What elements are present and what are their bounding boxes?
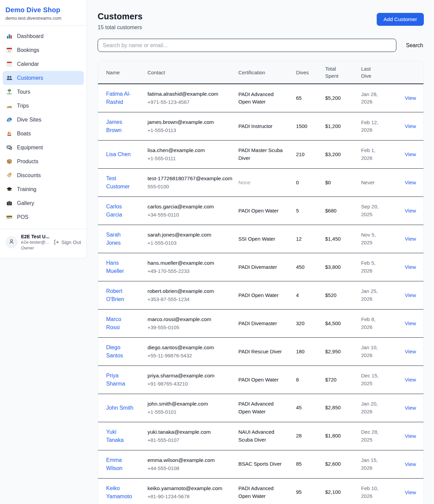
- customer-phone: +81-90-1234-5678: [147, 493, 234, 501]
- sidebar-item-calendar[interactable]: Calendar: [3, 57, 84, 71]
- shop-domain: demo.test.divestreams.com: [5, 16, 81, 21]
- sidebar-item-customers[interactable]: Customers: [3, 71, 84, 85]
- customer-name-link[interactable]: James Brown: [106, 119, 122, 133]
- view-link[interactable]: View: [405, 320, 416, 326]
- customer-phone: +1-555-0113: [147, 127, 234, 134]
- view-link[interactable]: View: [405, 208, 416, 213]
- sidebar-item-dashboard[interactable]: Dashboard: [3, 29, 84, 43]
- trips-icon: [6, 102, 13, 109]
- customer-certification: PADI Advanced Open Water: [238, 394, 296, 422]
- customer-last-dive: Nov 5, 2025: [361, 225, 395, 253]
- sidebar-item-label: Gallery: [17, 200, 34, 206]
- view-link[interactable]: View: [405, 180, 416, 185]
- customer-email: hans.mueller@example.com: [147, 259, 234, 267]
- sign-out-label: Sign Out: [61, 239, 81, 245]
- sidebar-nav: Dashboard 17 Bookings Calendar Customers…: [0, 26, 86, 227]
- sidebar-item-label: Boats: [17, 131, 31, 137]
- sidebar-item-label: Dashboard: [17, 33, 43, 39]
- sidebar-item-dive-sites[interactable]: Dive Sites: [3, 113, 84, 127]
- dive-sites-icon: [6, 116, 13, 123]
- customer-name-link[interactable]: John Smith: [106, 405, 133, 411]
- col-header-last-dive: Last Dive: [361, 61, 395, 84]
- sidebar-item-pos[interactable]: POS: [3, 210, 84, 224]
- sidebar-item-equipment[interactable]: Equipment: [3, 141, 84, 154]
- view-link[interactable]: View: [405, 292, 416, 298]
- table-row: Diego Santos diego.santos@example.com +5…: [98, 337, 424, 366]
- customer-name-link[interactable]: Carlos Garcia: [106, 204, 122, 218]
- sidebar-item-label: Bookings: [17, 47, 39, 53]
- sidebar-item-gallery[interactable]: Gallery: [3, 196, 84, 210]
- view-link[interactable]: View: [405, 433, 416, 439]
- view-link[interactable]: View: [405, 461, 416, 467]
- user-role: Owner: [21, 245, 50, 251]
- equipment-icon: [6, 144, 13, 151]
- customer-email: yuki.tanaka@example.com: [147, 428, 234, 436]
- table-row: Yuki Tanaka yuki.tanaka@example.com +81-…: [98, 422, 424, 450]
- customer-name-link[interactable]: Robert O'Brien: [106, 288, 124, 302]
- view-link[interactable]: View: [405, 123, 416, 129]
- sidebar-item-trips[interactable]: Trips: [3, 99, 84, 113]
- search-button[interactable]: Search: [405, 40, 424, 51]
- customer-name-link[interactable]: Sarah Jones: [106, 232, 121, 246]
- customer-certification: PADI Rescue Diver: [238, 337, 296, 366]
- sidebar-item-tours[interactable]: Tours: [3, 85, 84, 99]
- customer-name-link[interactable]: Marco Rossi: [106, 316, 121, 330]
- customer-total-spent: $3,200: [325, 141, 361, 169]
- add-customer-button[interactable]: Add Customer: [377, 13, 424, 26]
- customer-name-link[interactable]: Emma Wilson: [106, 457, 122, 471]
- view-link[interactable]: View: [405, 489, 416, 495]
- customer-dives: 45: [296, 394, 325, 422]
- sidebar-item-products[interactable]: Products: [3, 154, 84, 168]
- view-link[interactable]: View: [405, 151, 416, 157]
- view-link[interactable]: View: [405, 405, 416, 411]
- customer-certification: PADI Open Water: [238, 281, 296, 309]
- customer-certification: PADI Advanced Open Water: [238, 478, 296, 504]
- view-link[interactable]: View: [405, 95, 416, 101]
- table-header-row: Name Contact Certification Dives Total S…: [98, 61, 424, 84]
- sign-out-icon: [53, 239, 59, 245]
- customer-name-link[interactable]: Diego Santos: [106, 344, 123, 358]
- customer-total-spent: $4,500: [325, 309, 361, 337]
- customer-certification: PADI Master Scuba Diver: [238, 141, 296, 169]
- sidebar-item-label: Dive Sites: [17, 117, 41, 123]
- sidebar-item-boats[interactable]: Boats: [3, 127, 84, 141]
- tours-icon: [6, 89, 13, 95]
- customer-name-link[interactable]: Lisa Chen: [106, 151, 131, 157]
- customer-total-spent: $5,200: [325, 84, 361, 112]
- customers-icon: [6, 75, 13, 81]
- sign-out-button[interactable]: Sign Out: [53, 239, 81, 245]
- customer-email: diego.santos@example.com: [147, 343, 234, 351]
- user-email: e2e-tester@...: [21, 240, 50, 245]
- customer-phone: +49-170-555-2233: [147, 267, 234, 275]
- customer-name-link[interactable]: Priya Sharma: [106, 373, 125, 387]
- sidebar-item-training[interactable]: Training: [3, 182, 84, 196]
- table-row: Sarah Jones sarah.jones@example.com +1-5…: [98, 225, 424, 253]
- sidebar-item-discounts[interactable]: Discounts: [3, 168, 84, 182]
- customer-name-link[interactable]: Test Customer: [106, 175, 130, 189]
- customer-name-link[interactable]: Keiko Yamamoto: [106, 485, 132, 499]
- table-row: John Smith john.smith@example.com +1-555…: [98, 394, 424, 422]
- customer-total-spent: $680: [325, 197, 361, 225]
- customer-phone: +353-87-555-1234: [147, 296, 234, 303]
- view-link[interactable]: View: [405, 349, 416, 354]
- customer-name-link[interactable]: Yuki Tanaka: [106, 429, 124, 443]
- view-link[interactable]: View: [405, 236, 416, 242]
- customer-email: robert.obrien@example.com: [147, 287, 234, 295]
- customer-last-dive: Sep 20, 2025: [361, 197, 395, 225]
- view-link[interactable]: View: [405, 377, 416, 382]
- search-input[interactable]: [98, 39, 396, 52]
- customer-email: carlos.garcia@example.com: [147, 203, 234, 210]
- table-row: Marco Rossi marco.rossi@example.com +39-…: [98, 309, 424, 337]
- customer-certification: SSI Open Water: [238, 225, 296, 253]
- customer-name-link[interactable]: Hans Mueller: [106, 260, 124, 274]
- customer-email: john.smith@example.com: [147, 400, 234, 408]
- sidebar-item-bookings[interactable]: 17 Bookings: [3, 43, 84, 57]
- customer-certification: PADI Divemaster: [238, 253, 296, 281]
- customer-email: priya.sharma@example.com: [147, 372, 234, 379]
- customer-name-link[interactable]: Fatima Al-Rashid: [106, 91, 131, 105]
- view-link[interactable]: View: [405, 264, 416, 270]
- sidebar-item-label: Training: [17, 186, 36, 192]
- customer-dives: 180: [296, 337, 325, 366]
- dashboard-icon: [6, 33, 13, 39]
- customer-last-dive: Never: [361, 168, 395, 197]
